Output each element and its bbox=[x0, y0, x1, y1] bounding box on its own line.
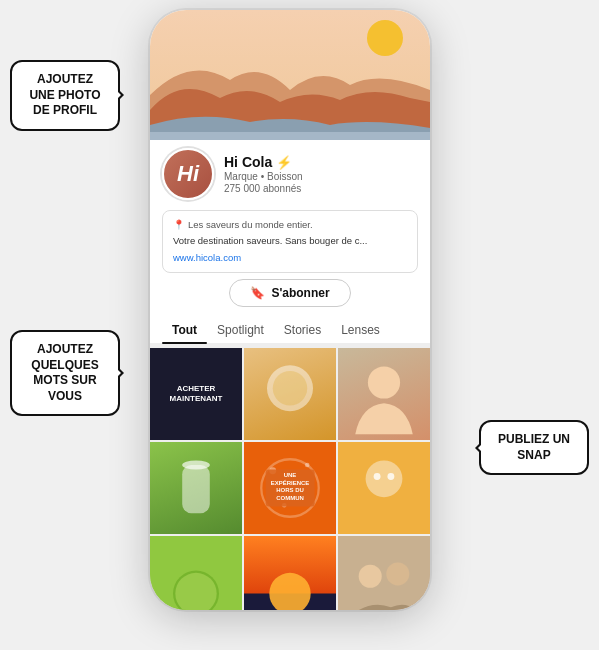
svg-point-16 bbox=[387, 473, 394, 480]
bio-box: 📍 Les saveurs du monde entier. Votre des… bbox=[162, 210, 418, 273]
svg-point-14 bbox=[366, 460, 403, 497]
svg-point-15 bbox=[374, 473, 381, 480]
profile-name-text: Hi Cola bbox=[224, 154, 272, 170]
tab-tout[interactable]: Tout bbox=[162, 317, 207, 343]
avatar: Hi bbox=[162, 148, 214, 200]
subscribe-button[interactable]: 🔖 S'abonner bbox=[229, 279, 350, 307]
phone-frame: Hi Hi Cola ⚡ Marque • Boisson 275 000 ab… bbox=[150, 10, 430, 610]
grid-item-6[interactable] bbox=[338, 442, 430, 534]
profile-emoji: ⚡ bbox=[276, 155, 292, 170]
tab-stories[interactable]: Stories bbox=[274, 317, 331, 343]
bookmark-icon: 🔖 bbox=[250, 286, 265, 300]
callout-photo: AJOUTEZ UNE PHOTO DE PROFIL bbox=[10, 60, 120, 131]
svg-point-24 bbox=[359, 565, 382, 588]
grid-item-7[interactable] bbox=[150, 536, 242, 610]
content-grid: ACHETER MAINTENANT bbox=[150, 344, 430, 610]
profile-followers: 275 000 abonnés bbox=[224, 183, 418, 194]
svg-rect-2 bbox=[150, 132, 430, 140]
tab-lenses[interactable]: Lenses bbox=[331, 317, 390, 343]
tab-spotlight[interactable]: Spotlight bbox=[207, 317, 274, 343]
scene: AJOUTEZ UNE PHOTO DE PROFIL AJOUTEZ QUEL… bbox=[0, 0, 599, 650]
svg-point-1 bbox=[367, 20, 403, 56]
svg-rect-23 bbox=[338, 536, 430, 610]
grid-item-5-text: UNE EXPÉRIENCE HORS DU COMMUN bbox=[266, 469, 315, 506]
avatar-text: Hi bbox=[177, 161, 199, 187]
grid-item-5[interactable]: UNE EXPÉRIENCE HORS DU COMMUN bbox=[244, 442, 336, 534]
bio-line1: Les saveurs du monde entier. bbox=[188, 218, 313, 232]
grid-item-4[interactable] bbox=[150, 442, 242, 534]
profile-subtitle: Marque • Boisson bbox=[224, 171, 418, 182]
callout-mots: AJOUTEZ QUELQUES MOTS SUR VOUS bbox=[10, 330, 120, 416]
grid-item-3[interactable] bbox=[338, 348, 430, 440]
grid-item-1[interactable]: ACHETER MAINTENANT bbox=[150, 348, 242, 440]
bio-location: 📍 Les saveurs du monde entier. bbox=[173, 218, 407, 232]
svg-rect-6 bbox=[182, 465, 210, 513]
grid-item-2[interactable] bbox=[244, 348, 336, 440]
bio-link[interactable]: www.hicola.com bbox=[173, 251, 407, 265]
hero-banner bbox=[150, 10, 430, 140]
profile-info: Hi Cola ⚡ Marque • Boisson 275 000 abonn… bbox=[224, 154, 418, 194]
callout-snap: PUBLIEZ UN SNAP bbox=[479, 420, 589, 475]
grid-item-9[interactable] bbox=[338, 536, 430, 610]
svg-point-5 bbox=[368, 366, 400, 398]
svg-point-4 bbox=[273, 371, 308, 406]
location-icon: 📍 bbox=[173, 218, 185, 232]
tabs-row: Tout Spotlight Stories Lenses bbox=[150, 317, 430, 344]
profile-row: Hi Hi Cola ⚡ Marque • Boisson 275 000 ab… bbox=[162, 140, 418, 204]
grid-item-8[interactable] bbox=[244, 536, 336, 610]
svg-point-7 bbox=[182, 460, 210, 469]
profile-name: Hi Cola ⚡ bbox=[224, 154, 418, 170]
svg-point-11 bbox=[305, 462, 310, 467]
grid-item-1-text: ACHETER MAINTENANT bbox=[168, 381, 225, 406]
profile-section: Hi Hi Cola ⚡ Marque • Boisson 275 000 ab… bbox=[150, 140, 430, 307]
svg-point-25 bbox=[386, 562, 409, 585]
bio-line2: Votre destination saveurs. Sans bouger d… bbox=[173, 234, 407, 248]
subscribe-label: S'abonner bbox=[271, 286, 329, 300]
